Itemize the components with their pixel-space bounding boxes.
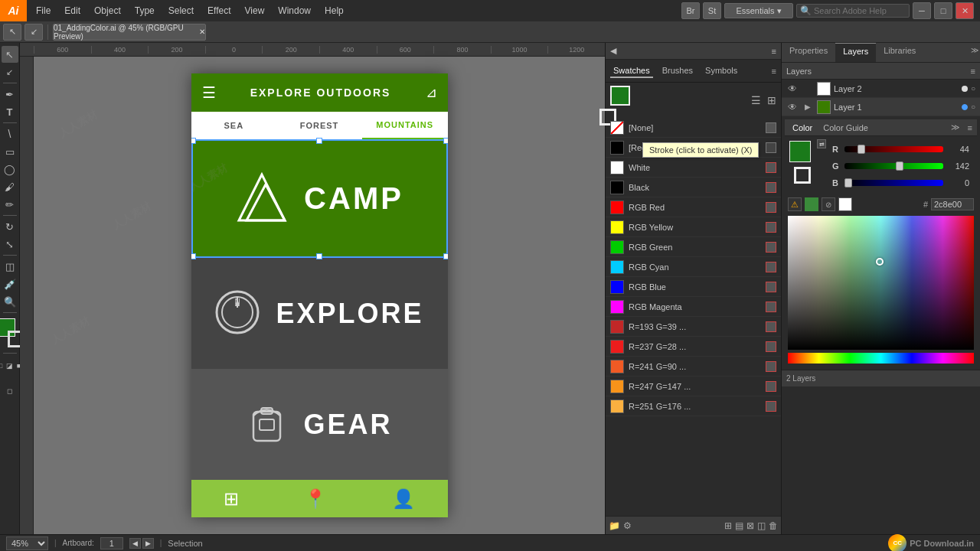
layer-row-2[interactable]: 👁 Layer 2 ○: [782, 80, 980, 98]
r-slider[interactable]: [844, 146, 943, 152]
menu-edit[interactable]: Edit: [58, 3, 87, 18]
direct-select-btn[interactable]: ↙: [2, 64, 18, 80]
panel-expand-icon[interactable]: ≫: [969, 43, 980, 62]
menu-view[interactable]: View: [239, 3, 271, 18]
menu-file[interactable]: File: [30, 3, 57, 18]
new-swatch-icon[interactable]: ⊞: [724, 520, 732, 531]
preview-mode-btn[interactable]: ◪: [6, 357, 14, 374]
layer1-visibility-icon[interactable]: 👁: [786, 101, 799, 113]
menu-type[interactable]: Type: [129, 3, 161, 18]
zoom-tool-btn[interactable]: 🔍: [2, 293, 18, 310]
normal-mode-btn[interactable]: □: [0, 357, 5, 374]
grid-view-icon[interactable]: ⊞: [767, 94, 776, 106]
invert-icon[interactable]: ◫: [757, 520, 766, 531]
swatch-options-icon[interactable]: ⚙: [623, 520, 632, 531]
hue-bar[interactable]: [788, 353, 974, 364]
cp-fill-box[interactable]: [789, 141, 811, 162]
color-picker-area[interactable]: [788, 216, 974, 350]
person-icon[interactable]: 👤: [392, 488, 415, 510]
grid-icon[interactable]: ⊞: [224, 488, 239, 510]
brushes-tab[interactable]: Brushes: [659, 64, 696, 78]
swatches-panel-menu[interactable]: ≡: [772, 47, 776, 56]
bridge-button[interactable]: Br: [681, 2, 700, 19]
cp-menu-icon[interactable]: ≡: [968, 123, 972, 132]
swatch-item-none[interactable]: [None]: [606, 118, 781, 138]
cp-green-box[interactable]: [805, 197, 818, 211]
filter-icon[interactable]: ⊿: [426, 84, 437, 101]
stock-button[interactable]: St: [703, 2, 721, 19]
b-thumb[interactable]: [844, 178, 852, 187]
select-tool-btn[interactable]: ↖: [2, 46, 18, 63]
pen-tool-btn[interactable]: ✒: [2, 86, 18, 103]
swatch-item-magenta[interactable]: RGB Magenta: [606, 297, 781, 317]
swatch-fill-box[interactable]: [610, 86, 630, 106]
swatch-item-blue[interactable]: RGB Blue: [606, 277, 781, 297]
scale-tool-btn[interactable]: ⤡: [2, 236, 18, 253]
g-thumb[interactable]: [896, 161, 903, 171]
eyedropper-btn[interactable]: 💉: [2, 276, 18, 292]
swatch-list[interactable]: [None] [Registration] White Black RGB Re: [606, 118, 781, 516]
cp-white-box[interactable]: [838, 197, 852, 211]
tab-forest[interactable]: FOREST: [276, 112, 362, 139]
color-guide-tab[interactable]: Color Guide: [820, 122, 871, 134]
menu-window[interactable]: Window: [272, 3, 317, 18]
direct-select-tool[interactable]: ↙: [24, 24, 43, 41]
symbols-tab[interactable]: Symbols: [702, 64, 740, 78]
swatch-menu-icon[interactable]: ▤: [735, 520, 743, 531]
next-artboard-btn[interactable]: ▶: [142, 538, 154, 549]
maximize-button[interactable]: □: [934, 2, 952, 19]
cp-expand-icon[interactable]: ≫: [951, 122, 960, 132]
close-button[interactable]: ✕: [956, 2, 974, 19]
canvas-content[interactable]: ☰ EXPLORE OUTDOORS ⊿ SEA FOREST MOUNTAIN…: [34, 57, 605, 534]
artboard-input[interactable]: [100, 537, 123, 549]
swatch-item-r237[interactable]: R=237 G=28 ...: [606, 337, 781, 357]
menu-object[interactable]: Object: [88, 3, 127, 18]
properties-tab[interactable]: Properties: [782, 43, 835, 62]
g-slider[interactable]: [844, 163, 943, 169]
type-tool-btn[interactable]: T: [2, 103, 18, 120]
location-icon[interactable]: 📍: [304, 488, 327, 510]
rect-tool-btn[interactable]: ▭: [2, 143, 18, 160]
cp-stroke-box[interactable]: [794, 167, 811, 184]
gradient-tool-btn[interactable]: ◫: [2, 258, 18, 275]
brush-tool-btn[interactable]: 🖌: [2, 178, 18, 195]
workspace-selector[interactable]: Essentials ▾: [724, 3, 793, 18]
line-tool-btn[interactable]: \: [2, 126, 18, 142]
swatch-item-red[interactable]: RGB Red: [606, 197, 781, 217]
swatch-item-r251[interactable]: R=251 G=176 ...: [606, 396, 781, 416]
swatches-tab[interactable]: Swatches: [610, 64, 653, 78]
b-slider[interactable]: [844, 180, 943, 186]
new-color-group-icon[interactable]: 📁: [609, 520, 620, 531]
cp-swap-icon[interactable]: ⇄: [817, 139, 826, 148]
swatch-item-r193[interactable]: R=193 G=39 ...: [606, 317, 781, 337]
rotate-tool-btn[interactable]: ↻: [2, 218, 18, 235]
delete-swatch-icon[interactable]: 🗑: [769, 520, 778, 531]
swatch-item-white[interactable]: White: [606, 158, 781, 178]
prev-artboard-btn[interactable]: ◀: [129, 538, 141, 549]
swatch-item-cyan[interactable]: RGB Cyan: [606, 257, 781, 277]
selection-tool[interactable]: ↖: [3, 24, 21, 41]
menu-effect[interactable]: Effect: [201, 3, 237, 18]
show-grid-icon[interactable]: ⊠: [746, 520, 754, 531]
tab-sea[interactable]: SEA: [191, 112, 277, 139]
swatch-item-black[interactable]: Black: [606, 178, 781, 197]
menu-select[interactable]: Select: [162, 3, 200, 18]
layers-tab[interactable]: Layers: [835, 43, 876, 62]
color-tab[interactable]: Color: [789, 122, 815, 134]
swatch-item-r247[interactable]: R=247 G=147 ...: [606, 377, 781, 396]
hamburger-icon[interactable]: ☰: [202, 83, 216, 102]
menu-help[interactable]: Help: [318, 3, 350, 18]
layer2-lock-icon[interactable]: [802, 83, 814, 95]
swatches-panel-options[interactable]: ≡: [772, 67, 776, 76]
hex-input[interactable]: [931, 198, 974, 210]
layers-panel-menu[interactable]: ≡: [971, 67, 975, 76]
swatch-item-green[interactable]: RGB Green: [606, 237, 781, 257]
cp-none-box[interactable]: ⊘: [822, 197, 835, 211]
pencil-tool-btn[interactable]: ✏: [2, 196, 18, 213]
layer1-lock-icon[interactable]: ▶: [802, 101, 814, 113]
layer2-visibility-icon[interactable]: 👁: [786, 83, 799, 95]
cp-cursor[interactable]: [876, 258, 884, 266]
minimize-button[interactable]: ─: [913, 2, 931, 19]
swatch-item-yellow[interactable]: RGB Yellow: [606, 217, 781, 237]
layer-row-1[interactable]: 👁 ▶ Layer 1 ○: [782, 98, 980, 116]
